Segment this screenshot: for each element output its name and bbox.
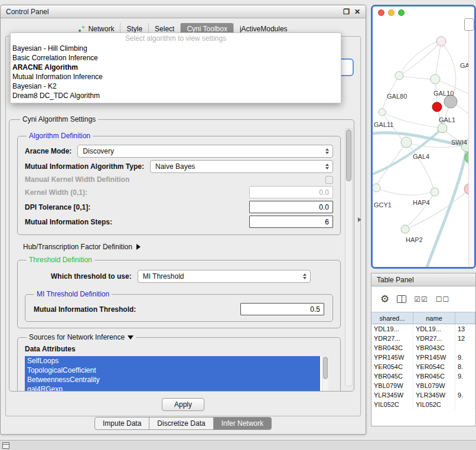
tab-label: jActiveModules (240, 25, 288, 33)
close-panel-icon[interactable]: ✕ (354, 8, 360, 16)
data-attribute-item[interactable]: gal4RGexp (25, 384, 320, 392)
kernel-width-row: Kernel Width (0,1): (25, 186, 333, 198)
data-attribute-item[interactable]: SelfLoops (25, 356, 320, 366)
algorithm-option-basic-correlation-inference[interactable]: Basic Correlation Inference (11, 53, 341, 63)
mi-steps-row: Mutual Information Steps: (25, 216, 333, 228)
column-header[interactable]: shared... (371, 312, 413, 324)
kernel-width-input[interactable] (249, 186, 333, 198)
table-row[interactable]: YIL052CYIL052C (371, 400, 475, 409)
network-node[interactable] (401, 225, 409, 233)
clear-selection-icon[interactable]: ☐☐ (436, 296, 450, 303)
gear-icon[interactable]: ⚙ (380, 294, 389, 304)
mi-type-select[interactable]: Naive Bayes (150, 160, 333, 173)
attributes-vertical-scrollbar[interactable] (322, 356, 328, 392)
network-node[interactable] (438, 123, 447, 133)
columns-icon[interactable] (397, 295, 406, 303)
data-attributes-list[interactable]: SelfLoopsTopologicalCoefficientBetweenne… (25, 356, 328, 392)
node-label: GAL4 (413, 153, 429, 160)
network-node[interactable] (432, 102, 442, 112)
control-panel-titlebar[interactable]: Control Panel ❐ ✕ (1, 5, 366, 18)
table-panel-titlebar[interactable]: Table Panel (371, 273, 475, 286)
window-buttons: ❐ ✕ (343, 8, 360, 16)
mi-threshold-input[interactable] (240, 303, 324, 315)
algorithm-option-aracne-algorithm[interactable]: ARACNE Algorithm (11, 63, 341, 72)
table-row[interactable]: YPR145WYPR145W9. (371, 353, 475, 362)
mi-threshold-definition-group: MI Threshold Definition Mutual Informati… (25, 290, 333, 322)
network-vertical-scrollbar[interactable] (468, 31, 474, 267)
table-cell: 9. (455, 390, 475, 400)
mi-steps-input[interactable] (249, 216, 333, 228)
network-node[interactable] (401, 137, 412, 148)
network-node[interactable] (444, 95, 457, 108)
table-row[interactable]: YER054CYER054C8. (371, 362, 475, 371)
threshold-definition-group: Threshold Definition Which threshold to … (17, 256, 341, 328)
network-edge (406, 142, 433, 188)
column-header[interactable]: name (413, 312, 455, 324)
manual-kernel-checkbox[interactable] (325, 176, 333, 184)
table-row[interactable]: YLR345WYLR345W9. (371, 390, 475, 400)
tab-discretize-data[interactable]: Discretize Data (149, 417, 213, 430)
sources-group: Sources for Network Inference Data Attri… (17, 333, 341, 392)
status-bar (0, 440, 476, 450)
float-panel-icon[interactable]: ❐ (343, 8, 350, 16)
mi-type-value: Naive Bayes (155, 162, 195, 171)
node-table: shared...name YDL19...YDL19...13YDR27...… (371, 312, 475, 409)
table-row[interactable]: YBR045CYBR045C9. (371, 371, 475, 381)
aracne-mode-select[interactable]: Discovery (77, 145, 333, 158)
table-cell: YBR045C (371, 371, 413, 381)
table-row[interactable]: YBL079WYBL079W (371, 381, 475, 390)
data-attribute-item[interactable]: BetweennessCentrality (25, 375, 320, 384)
scrollbar-thumb[interactable] (346, 129, 351, 181)
table-row[interactable]: YDR27...YDR27...12 (371, 334, 475, 343)
table-cell: YBR045C (413, 371, 455, 381)
dpi-tolerance-input[interactable] (249, 201, 333, 213)
settings-scrollbar[interactable] (345, 128, 353, 386)
table-cell: YDR27... (371, 334, 413, 343)
aracne-mode-row: Aracne Mode: Discovery (25, 145, 333, 158)
algorithm-option-bayesian-k2[interactable]: Bayesian - K2 (11, 81, 341, 91)
network-node[interactable] (431, 188, 439, 196)
sources-group-title[interactable]: Sources for Network Inference (27, 333, 136, 341)
zoom-window-button[interactable] (398, 9, 405, 16)
network-node[interactable] (373, 184, 380, 192)
panel-collapse-handle[interactable] (358, 217, 361, 222)
mi-threshold-label: Mutual Information Threshold: (34, 305, 136, 314)
apply-button[interactable]: Apply (162, 398, 204, 411)
dpi-tolerance-label: DPI Tolerance [0,1]: (25, 203, 90, 211)
network-edge (399, 76, 431, 79)
minimize-window-button[interactable] (388, 9, 395, 16)
tab-label: Select (155, 25, 174, 33)
scrollbar-thumb[interactable] (323, 357, 328, 379)
which-threshold-select[interactable]: MI Threshold (138, 270, 311, 283)
network-node[interactable] (379, 109, 386, 116)
table-cell: YIL052C (371, 400, 413, 409)
network-scrollbar-button[interactable] (464, 18, 474, 31)
algorithm-option-dream8-dc-tdc-algorithm[interactable]: Dream8 DC_TDC Algorithm (11, 91, 341, 100)
table-cell: 9. (455, 371, 475, 381)
algorithm-option-bayesian-hill-climbing[interactable]: Bayesian - Hill Climbing (11, 44, 341, 53)
table-cell: YIL052C (413, 400, 455, 409)
hub-definition-label: Hub/Transcription Factor Definition (23, 243, 132, 251)
column-header[interactable] (455, 312, 475, 324)
data-attribute-item[interactable]: TopologicalCoefficient (25, 366, 320, 375)
hub-definition-toggle[interactable]: Hub/Transcription Factor Definition (23, 243, 341, 251)
table-row[interactable]: YDL19...YDL19...13 (371, 324, 475, 334)
which-threshold-value: MI Threshold (143, 272, 184, 281)
table-cell: YER054C (371, 362, 413, 371)
table-cell: 12 (455, 334, 475, 343)
table-row[interactable]: YBR043CYBR043C (371, 343, 475, 353)
network-node[interactable] (436, 37, 446, 46)
table-cell: YDL19... (371, 324, 413, 334)
combo-arrows-icon (303, 270, 307, 282)
close-window-button[interactable] (378, 9, 384, 16)
network-edge (399, 42, 436, 76)
tab-infer-network[interactable]: Infer Network (213, 417, 272, 430)
network-node[interactable] (431, 74, 440, 84)
restore-panel-icon[interactable] (2, 442, 9, 449)
algorithm-option-mutual-information-inference[interactable]: Mutual Information Inference (11, 72, 341, 81)
tab-impute-data[interactable]: Impute Data (94, 417, 149, 430)
node-label: HAP4 (413, 199, 430, 206)
node-label: GAL1 (439, 116, 455, 123)
select-all-icon[interactable]: ☑☑ (414, 296, 428, 303)
network-node[interactable] (395, 71, 403, 80)
